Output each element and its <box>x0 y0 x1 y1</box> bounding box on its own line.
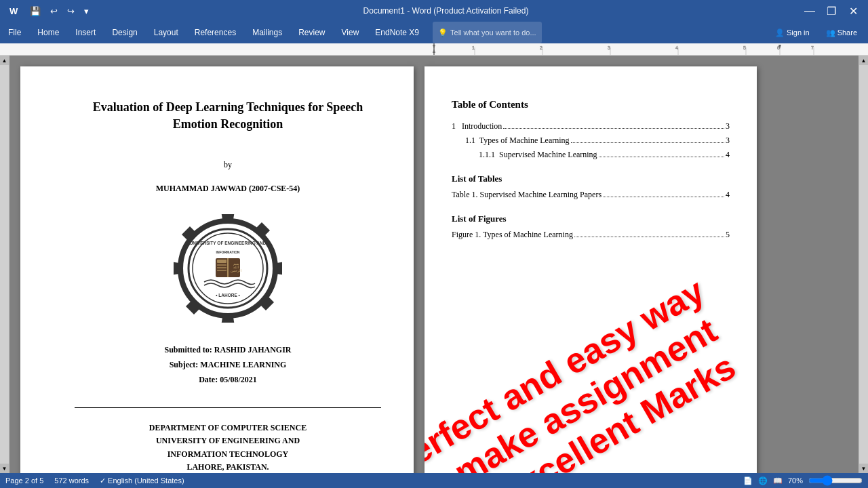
cover-page: Evaluation of Deep Learning Techniques f… <box>20 66 414 473</box>
svg-text:5: 5 <box>743 45 746 50</box>
tab-layout[interactable]: Layout <box>146 22 186 43</box>
view-read-button[interactable]: 📖 <box>773 476 783 485</box>
ribbon-right: 👤 Sign in 👥 Share <box>770 22 868 43</box>
main-container: ▲ ▼ Evaluation of Deep Learning Techniqu… <box>0 56 868 473</box>
svg-rect-31 <box>217 270 226 271</box>
tab-file[interactable]: File <box>0 22 29 43</box>
close-button[interactable]: ✕ <box>844 1 863 20</box>
sign-in-button[interactable]: 👤 Sign in <box>770 26 815 39</box>
share-icon: 👥 <box>826 28 835 37</box>
university-name1: UNIVERSITY OF ENGINEERING AND <box>75 434 381 447</box>
title-bar-controls: — ❐ ✕ <box>800 1 863 20</box>
svg-text:7: 7 <box>811 45 814 50</box>
date-value: 05/08/2021 <box>220 375 257 384</box>
watermark-line3: Get Excellent Marks <box>425 328 757 473</box>
toc-section: Table of Contents 1 Introduction 3 1.1 T… <box>452 99 730 160</box>
svg-text:UNIVERSITY OF ENGINEERING AND: UNIVERSITY OF ENGINEERING AND <box>190 241 267 245</box>
view-print-button[interactable]: 📄 <box>743 476 753 485</box>
figure-page-1: 5 <box>726 230 730 240</box>
minimize-button[interactable]: — <box>800 1 819 20</box>
list-figures-section: List of Figures Figure 1. Types of Machi… <box>452 214 730 240</box>
undo-button[interactable]: ↩ <box>47 5 60 18</box>
city-name: LAHORE, PAKISTAN. <box>75 461 381 473</box>
tab-mailings[interactable]: Mailings <box>244 22 290 43</box>
title-bar-title: Document1 - Word (Product Activation Fai… <box>92 6 800 16</box>
svg-rect-29 <box>217 264 226 266</box>
ribbon: File Home Insert Design Layout Reference… <box>0 22 868 43</box>
left-scroll: ▲ ▼ <box>0 56 9 473</box>
spell-check-icon: ✓ <box>100 476 106 485</box>
toc-page-1-1: 3 <box>726 136 730 146</box>
title-bar: W 💾 ↩ ↪ ▾ Document1 - Word (Product Acti… <box>0 0 868 22</box>
university-logo: UNIVERSITY OF ENGINEERING AND • LAHORE •… <box>174 214 282 323</box>
tab-review[interactable]: Review <box>290 22 333 43</box>
svg-text:• LAHORE •: • LAHORE • <box>216 293 240 298</box>
toc-page-1-1-1: 4 <box>726 150 730 160</box>
toc-dots-1-1-1 <box>599 157 724 157</box>
scroll-up[interactable]: ▲ <box>0 56 9 65</box>
svg-text:4: 4 <box>675 45 678 50</box>
document-title: Document1 - Word (Product Activation Fai… <box>363 6 529 16</box>
author-text: MUHAMMAD JAWWAD (2007-CSE-54) <box>75 184 381 194</box>
watermark-line1: Perfect and easy way <box>425 258 733 473</box>
date-label: Date: <box>199 375 218 384</box>
customize-qat-button[interactable]: ▾ <box>81 5 92 18</box>
pages-area: Evaluation of Deep Learning Techniques f… <box>9 56 859 473</box>
university-name2: INFORMATION TECHNOLOGY <box>75 448 381 461</box>
table-page-1: 4 <box>726 190 730 200</box>
search-placeholder: Tell what you want to do... <box>450 28 536 37</box>
search-box[interactable]: 💡 Tell what you want to do... <box>433 22 542 43</box>
toc-num-1-1-1: 1.1.1 Supervised Machine Learning <box>479 150 597 160</box>
figure-label-1: Figure 1. Types of Machine Learning <box>452 230 573 240</box>
svg-text:INFORMATION: INFORMATION <box>216 250 240 254</box>
title-bar-left: W 💾 ↩ ↪ ▾ <box>5 3 92 18</box>
toc-entry-1-1: 1.1 Types of Machine Learning 3 <box>465 136 730 146</box>
status-bar: Page 2 of 5 572 words ✓ English (United … <box>0 473 868 488</box>
page-info: Page 2 of 5 <box>5 476 43 485</box>
toc-heading: Table of Contents <box>452 99 730 110</box>
share-label: Share <box>837 28 857 37</box>
table-label-1: Table 1. Supervised Machine Learning Pap… <box>452 190 601 200</box>
subject-label: Subject: <box>170 360 199 369</box>
page-divider <box>75 407 381 408</box>
toc-dots-1 <box>503 128 724 129</box>
tab-design[interactable]: Design <box>104 22 145 43</box>
department-info: DEPARTMENT OF COMPUTER SCIENCE UNIVERSIT… <box>75 422 381 473</box>
tab-home[interactable]: Home <box>29 22 67 43</box>
submitted-label: Submitted to: <box>164 345 212 354</box>
vscroll-down[interactable]: ▼ <box>859 464 869 473</box>
right-scroll: ▲ ▼ <box>859 56 868 473</box>
submission-info: Submitted to: RASHID JAHANGIR Subject: M… <box>75 343 381 387</box>
scroll-down[interactable]: ▼ <box>0 464 9 473</box>
lightbulb-icon: 💡 <box>438 28 448 37</box>
list-tables-heading: List of Tables <box>452 174 730 184</box>
watermark: Perfect and easy way to make assignment … <box>425 258 757 473</box>
toc-dots-1-1 <box>571 142 724 143</box>
toc-num-1-1: 1.1 Types of Machine Learning <box>465 136 570 146</box>
list-figures-heading: List of Figures <box>452 214 730 224</box>
tab-insert[interactable]: Insert <box>67 22 104 43</box>
subject-value: MACHINE LEARNING <box>200 360 286 369</box>
toc-page-1: 3 <box>726 121 730 131</box>
tab-endnote[interactable]: EndNote X9 <box>367 22 427 43</box>
table-entry-1: Table 1. Supervised Machine Learning Pap… <box>452 190 730 200</box>
save-qat-button[interactable]: 💾 <box>27 5 43 18</box>
word-icon[interactable]: W <box>5 3 23 18</box>
figure-entry-1: Figure 1. Types of Machine Learning 5 <box>452 230 730 240</box>
view-web-button[interactable]: 🌐 <box>758 476 768 485</box>
tab-view[interactable]: View <box>334 22 368 43</box>
table-dots-1 <box>603 197 724 197</box>
word-count: 572 words <box>54 476 89 485</box>
svg-text:2: 2 <box>540 45 542 50</box>
redo-button[interactable]: ↪ <box>64 5 77 18</box>
toc-num-1: 1 Introduction <box>452 121 502 131</box>
tab-references[interactable]: References <box>186 22 244 43</box>
share-button[interactable]: 👥 Share <box>821 26 863 39</box>
zoom-slider[interactable] <box>808 475 863 486</box>
ruler: 1 2 3 4 5 6 7 <box>0 43 868 56</box>
submitted-value: RASHID JAHANGIR <box>214 345 292 354</box>
restore-button[interactable]: ❐ <box>822 1 841 20</box>
status-right: 📄 🌐 📖 70% <box>743 475 863 486</box>
toc-entry-1-1-1: 1.1.1 Supervised Machine Learning 4 <box>479 150 730 160</box>
vscroll-up[interactable]: ▲ <box>859 56 869 65</box>
